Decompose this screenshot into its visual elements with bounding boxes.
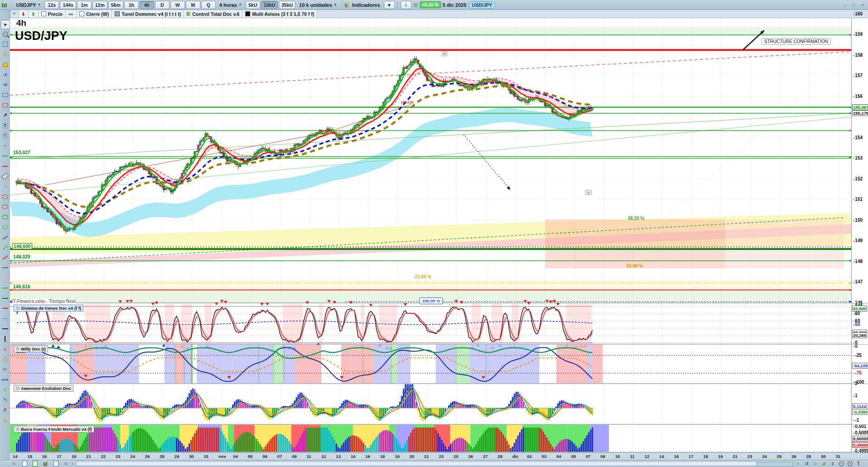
unit-button-5kU[interactable]: 5kU xyxy=(246,1,260,9)
scrollbar-thumb[interactable] xyxy=(756,462,793,467)
checkbox[interactable] xyxy=(79,11,84,16)
timeframe-button-1m[interactable]: 1m xyxy=(77,1,92,9)
line-gray-icon[interactable] xyxy=(1,233,9,241)
angle-icon[interactable]: ∡ xyxy=(1,345,9,353)
info-button[interactable]: i xyxy=(401,1,412,9)
ellipse-brown-icon[interactable] xyxy=(1,203,9,211)
layer-item-control-total[interactable]: Control Total Doc v.6 xyxy=(184,10,242,18)
forward-icon[interactable]: ↻ xyxy=(812,461,819,467)
pencil-icon[interactable]: ✎ xyxy=(1,396,9,404)
layer-item-cierre[interactable]: Cierre (W) xyxy=(77,10,112,18)
trend-arrow-icon[interactable]: ↗ xyxy=(1,112,9,120)
warning-icon[interactable]: ▲ xyxy=(1,416,9,424)
wave-iii-marker[interactable]: iii xyxy=(441,51,447,56)
notes-icon[interactable] xyxy=(21,461,28,467)
minimize-button[interactable]: – xyxy=(841,1,848,8)
layer-item-tunel[interactable]: Tunel Domenec v4 (t t t t t) xyxy=(112,10,184,18)
segment-icon[interactable]: ⌁ xyxy=(1,142,9,150)
close-button[interactable]: × xyxy=(859,1,866,8)
timeframe-button-56m[interactable]: 56m xyxy=(108,1,123,9)
hline-lightblue-icon[interactable] xyxy=(1,315,9,323)
timeframe-button-4h[interactable]: 4h xyxy=(140,1,154,9)
measure-icon[interactable]: T xyxy=(855,461,862,467)
time-axis[interactable]: 1415161719212223242628293031nov040506070… xyxy=(10,452,868,460)
scroll-far-left-button[interactable]: « xyxy=(63,461,69,467)
units-dropdown[interactable]: 10 k unidades▼ xyxy=(297,2,339,8)
check-icon[interactable]: ✓ xyxy=(1,385,9,394)
alert-cursor-icon[interactable]: ▲ xyxy=(1,50,9,58)
line-green-icon[interactable] xyxy=(1,243,9,252)
vline-icon[interactable] xyxy=(1,335,9,343)
timeframe-button-W[interactable]: W xyxy=(170,1,185,9)
scroll-left-button[interactable]: ‹ xyxy=(69,461,76,467)
list-settings-icon[interactable]: ≔ xyxy=(66,10,77,18)
unit-button-10kU[interactable]: 10kU xyxy=(261,1,278,9)
delete-icon[interactable]: ✗ xyxy=(1,406,9,414)
symbol-dropdown[interactable]: USDJPY▼ xyxy=(14,2,43,8)
buy-arrow-icon[interactable]: ⬆ xyxy=(29,10,39,18)
indicators-caret-button[interactable]: ▼ xyxy=(384,1,395,9)
timeframe-button-144s[interactable]: 144s xyxy=(60,1,76,9)
hline-black-icon[interactable] xyxy=(1,264,9,272)
layer-item-multi-avisos[interactable]: Multi Avisos (3 f 3 1,5 70 f f) xyxy=(242,10,317,18)
timeframe-button-D[interactable]: D xyxy=(155,1,170,9)
price-axis[interactable]: 1601591581571561541531521511501491481471… xyxy=(851,18,868,452)
chart-canvas[interactable] xyxy=(10,18,851,452)
checkbox[interactable] xyxy=(41,11,46,16)
indicator-f2-icon[interactable]: ¬F xyxy=(1,81,9,89)
timeframe-button-M[interactable]: M xyxy=(186,1,200,9)
ellipse-red-icon[interactable] xyxy=(1,193,9,201)
maximize-button[interactable]: □ xyxy=(850,1,857,8)
zoom-in-icon[interactable]: + xyxy=(847,461,853,467)
zoom-selection-icon[interactable] xyxy=(1,40,9,49)
text-bubble-icon[interactable]: T xyxy=(1,131,9,140)
chart-scrollbar[interactable] xyxy=(76,461,793,466)
chart-export-icon[interactable] xyxy=(53,461,59,467)
ruler-icon[interactable] xyxy=(1,172,9,180)
unit-button-35kU[interactable]: 35kU xyxy=(279,1,296,9)
orders-icon[interactable] xyxy=(42,461,48,467)
formula-1-icon[interactable]: Σ+ xyxy=(1,365,9,374)
pattern-icon[interactable]: 〰 xyxy=(1,182,9,190)
timeframe-button-Q[interactable]: Q xyxy=(201,1,216,9)
wave-iv-marker[interactable]: iv xyxy=(585,190,592,195)
hline-red2-icon[interactable] xyxy=(1,304,9,312)
hline-pink-icon[interactable] xyxy=(1,274,9,282)
collapse-panel-button[interactable]: ^ xyxy=(10,10,19,18)
hline-darkgreen-icon[interactable] xyxy=(1,294,9,302)
zoom-out-icon[interactable]: − xyxy=(838,461,844,467)
zoom-vertical-icon[interactable]: ⇕ xyxy=(829,461,836,467)
rect-red-icon[interactable] xyxy=(1,101,9,109)
panel-header-willy[interactable]: Willy Doc (t) xyxy=(14,345,48,352)
formula-2-icon[interactable]: a+b xyxy=(1,375,9,384)
indicator-f1-icon[interactable]: ⌐F xyxy=(1,71,9,79)
ellipse-green-icon[interactable] xyxy=(1,213,9,221)
back-icon[interactable]: ↺ xyxy=(804,461,810,467)
symbol-pill[interactable]: USD/JPY xyxy=(468,1,496,9)
link-chart-icon[interactable]: ⇄ xyxy=(821,461,827,467)
text-icon[interactable]: T xyxy=(1,122,9,130)
layer-item-precio[interactable]: Precio xyxy=(39,10,66,18)
line-red-icon[interactable] xyxy=(1,253,9,262)
alert-icon[interactable] xyxy=(1,61,9,69)
ellipse-green2-icon[interactable] xyxy=(1,223,9,231)
hline-green-marker-icon[interactable] xyxy=(1,152,9,160)
sell-arrow-icon[interactable]: ⬇ xyxy=(19,10,29,18)
timeframe-button-1h[interactable]: 1h xyxy=(124,1,139,9)
hline-darkblue-icon[interactable] xyxy=(1,325,9,333)
share-icon[interactable]: < xyxy=(11,461,17,467)
hline-brightgreen-icon[interactable] xyxy=(1,284,9,292)
scroll-right-button[interactable]: › xyxy=(795,461,801,467)
panel-header-awesome[interactable]: Awesome Evolution Doc xyxy=(14,385,73,392)
zoom-icon[interactable] xyxy=(1,30,9,38)
hline-red-marker-icon[interactable] xyxy=(1,162,9,170)
pointer-icon[interactable]: ➤ xyxy=(1,20,10,29)
rect-blue-icon[interactable] xyxy=(1,91,9,99)
timeframe-dropdown[interactable]: 4 horas▼ xyxy=(218,2,244,8)
drag-grip[interactable]: ⁞⁞ xyxy=(10,3,12,7)
circle-orange-icon[interactable]: + xyxy=(1,355,9,363)
structure-confirmation-label[interactable]: STRUCTURE CONFIRMATION xyxy=(761,38,831,45)
indicators-dropdown[interactable]: Indicadores xyxy=(350,2,382,8)
report-icon[interactable] xyxy=(32,461,38,467)
timeframe-button-12s[interactable]: 12s xyxy=(44,1,59,9)
